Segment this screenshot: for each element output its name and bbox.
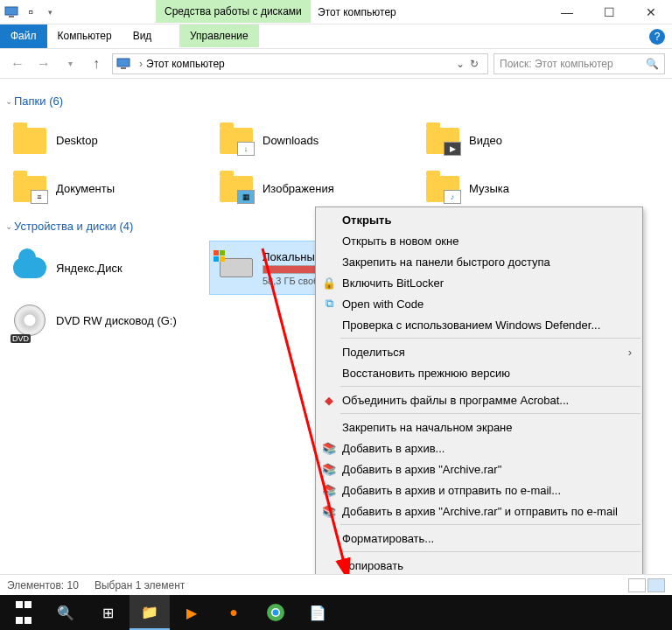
- folder-label: Изображения: [262, 182, 334, 195]
- menu-open-new-window[interactable]: Открыть в новом окне: [316, 230, 642, 251]
- menu-pin-quick-access[interactable]: Закрепить на панели быстрого доступа: [316, 251, 642, 272]
- qat-dropdown-icon[interactable]: ▾: [42, 4, 58, 20]
- cloud-icon: [13, 257, 46, 278]
- collapse-icon[interactable]: ⌄: [5, 221, 12, 231]
- maximize-button[interactable]: ☐: [592, 5, 626, 19]
- menu-rar-email[interactable]: 📚Добавить в архив и отправить по e-mail.…: [316, 480, 642, 500]
- folder-label: Downloads: [262, 134, 318, 147]
- nav-up-button[interactable]: ↑: [86, 53, 107, 74]
- ribbon: Файл Компьютер Вид Управление ?: [0, 24, 672, 49]
- menu-open[interactable]: Открыть: [316, 209, 642, 230]
- tab-manage[interactable]: Управление: [179, 24, 259, 47]
- folders-grid: Desktop ↓Downloads ▶Видео ≡Документы ▦Из…: [4, 116, 662, 213]
- group-folders-title: Папки: [14, 94, 46, 108]
- folder-label: Музыка: [469, 182, 509, 195]
- submenu-arrow-icon: ›: [628, 346, 632, 359]
- status-selection: Выбран 1 элемент: [94, 579, 185, 592]
- view-details-button[interactable]: [628, 578, 646, 592]
- menu-acrobat-combine[interactable]: ◆Объединить файлы в программе Acrobat...: [316, 389, 642, 410]
- start-button[interactable]: [4, 595, 44, 630]
- status-bar: Элементов: 10 Выбран 1 элемент: [0, 574, 672, 595]
- dvd-icon: [14, 304, 46, 336]
- folder-documents[interactable]: ≡Документы: [4, 164, 210, 213]
- nav-recent-dropdown[interactable]: ▾: [60, 53, 80, 74]
- drive-yandex[interactable]: Яндекс.Диск: [4, 242, 210, 294]
- windows-flag-icon: [214, 250, 226, 262]
- menu-rar-add[interactable]: 📚Добавить в архив...: [316, 438, 642, 458]
- context-menu: Открыть Открыть в новом окне Закрепить н…: [315, 206, 643, 630]
- search-button[interactable]: 🔍: [46, 595, 86, 630]
- group-devices-count: (4): [119, 220, 133, 233]
- tab-view[interactable]: Вид: [122, 24, 163, 48]
- folder-downloads[interactable]: ↓Downloads: [210, 116, 416, 164]
- menu-rar-named-email[interactable]: 📚Добавить в архив "Archive.rar" и отправ…: [316, 500, 642, 522]
- nav-back-button[interactable]: ←: [7, 53, 28, 74]
- menu-restore-previous[interactable]: Восстановить прежнюю версию: [316, 362, 642, 383]
- menu-copy[interactable]: Копировать: [316, 555, 642, 576]
- menu-format[interactable]: Форматировать...: [316, 528, 642, 549]
- folder-images[interactable]: ▦Изображения: [210, 164, 416, 213]
- pc-icon: [116, 58, 130, 70]
- minimize-button[interactable]: —: [550, 5, 584, 19]
- collapse-icon[interactable]: ⌄: [5, 96, 12, 106]
- refresh-button[interactable]: ↻: [465, 58, 484, 70]
- taskbar-chrome[interactable]: [256, 595, 296, 630]
- menu-separator: [340, 524, 640, 525]
- vscode-icon: ⧉: [321, 296, 337, 312]
- breadcrumb-location[interactable]: Этот компьютер: [146, 58, 225, 70]
- drive-label: Яндекс.Диск: [56, 262, 122, 275]
- svg-rect-0: [5, 7, 18, 15]
- search-input[interactable]: Поиск: Этот компьютер 🔍: [494, 53, 665, 74]
- window-controls: — ☐ ✕: [550, 5, 668, 19]
- titlebar: ▫ ▾ Средства работы с дисками Этот компь…: [0, 0, 672, 24]
- app-icon: [4, 4, 19, 20]
- menu-windows-defender[interactable]: Проверка с использованием Windows Defend…: [316, 314, 642, 335]
- window-title: Этот компьютер: [318, 6, 396, 18]
- status-item-count: Элементов: 10: [7, 579, 79, 592]
- svg-rect-1: [9, 16, 14, 18]
- winrar-icon: 📚: [321, 461, 337, 477]
- winrar-icon: 📚: [321, 440, 337, 456]
- tab-file[interactable]: Файл: [0, 24, 47, 48]
- folder-label: Desktop: [56, 134, 98, 147]
- svg-point-7: [273, 610, 279, 616]
- windows-logo-icon: [15, 597, 32, 628]
- close-button[interactable]: ✕: [634, 5, 668, 19]
- group-devices-title: Устройства и диски: [14, 220, 116, 233]
- menu-open-with-code[interactable]: ⧉Open with Code: [316, 293, 642, 314]
- address-input[interactable]: › Этот компьютер ⌄ ↻: [112, 53, 488, 74]
- ribbon-context-tab[interactable]: Средства работы с дисками: [156, 0, 311, 23]
- bitlocker-icon: 🔒: [321, 275, 337, 290]
- taskbar-word[interactable]: 📄: [298, 595, 338, 630]
- taskbar-explorer[interactable]: 📁: [130, 595, 170, 630]
- menu-separator: [340, 338, 640, 339]
- folder-desktop[interactable]: Desktop: [4, 116, 210, 164]
- folder-label: Видео: [469, 134, 502, 147]
- menu-separator: [340, 551, 640, 552]
- menu-share[interactable]: Поделиться›: [316, 341, 642, 362]
- address-dropdown-icon[interactable]: ⌄: [456, 58, 465, 70]
- qat-properties-icon[interactable]: ▫: [23, 4, 38, 20]
- menu-bitlocker[interactable]: 🔒Включить BitLocker: [316, 272, 642, 293]
- taskbar-media[interactable]: ▶: [172, 595, 212, 630]
- group-header-folders[interactable]: ⌄ Папки (6): [4, 94, 662, 108]
- folder-videos[interactable]: ▶Видео: [416, 116, 623, 164]
- winrar-icon: 📚: [321, 503, 337, 519]
- view-thumbnails-button[interactable]: [648, 578, 665, 592]
- menu-rar-add-named[interactable]: 📚Добавить в архив "Archive.rar": [316, 458, 642, 480]
- task-view-button[interactable]: ⊞: [88, 595, 128, 630]
- breadcrumb-chevron-icon[interactable]: ›: [139, 58, 143, 70]
- search-placeholder: Поиск: Этот компьютер: [500, 58, 613, 70]
- quick-access-toolbar: ▫ ▾: [0, 4, 58, 20]
- tab-computer[interactable]: Компьютер: [47, 24, 122, 48]
- svg-rect-2: [117, 59, 130, 66]
- drive-label: DVD RW дисковод (G:): [56, 314, 177, 327]
- acrobat-icon: ◆: [321, 392, 337, 408]
- svg-rect-3: [121, 67, 126, 69]
- nav-forward-button[interactable]: →: [33, 53, 54, 74]
- taskbar-firefox[interactable]: ●: [214, 595, 254, 630]
- folder-music[interactable]: ♪Музыка: [416, 164, 623, 213]
- help-button[interactable]: ?: [649, 29, 665, 45]
- menu-pin-start[interactable]: Закрепить на начальном экране: [316, 416, 642, 438]
- winrar-icon: 📚: [321, 482, 337, 498]
